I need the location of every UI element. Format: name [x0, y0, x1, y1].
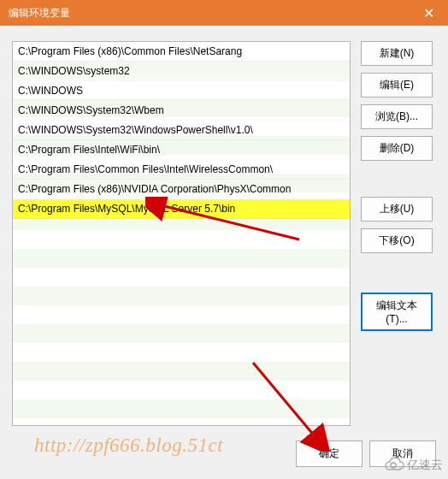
moveup-button[interactable]: 上移(U) [361, 197, 433, 222]
window-titlebar: 编辑环境变量 ✕ [0, 0, 448, 26]
edit-button[interactable]: 编辑(E) [361, 73, 433, 98]
dialog-content: C:\Program Files (x86)\Common Files\NetS… [0, 26, 448, 479]
list-item[interactable]: C:\WINDOWS\System32\Wbem [13, 101, 350, 121]
window-title: 编辑环境变量 [9, 6, 70, 21]
button-sidebar: 新建(N) 编辑(E) 浏览(B)... 删除(D) 上移(U) 下移(O) 编… [361, 41, 433, 467]
ok-button[interactable]: 确定 [296, 441, 363, 467]
edittext-button[interactable]: 编辑文本(T)... [361, 293, 433, 331]
list-item[interactable]: C:\Program Files\Intel\WiFi\bin\ [13, 140, 350, 160]
delete-button[interactable]: 删除(D) [361, 136, 433, 161]
browse-button[interactable]: 浏览(B)... [361, 104, 433, 129]
footer-buttons: 确定 取消 [296, 441, 436, 467]
list-item[interactable]: C:\Program Files (x86)\Common Files\NetS… [13, 42, 350, 62]
cancel-button[interactable]: 取消 [369, 441, 436, 467]
close-icon[interactable]: ✕ [418, 5, 439, 21]
list-item[interactable]: C:\WINDOWS\System32\WindowsPowerShell\v1… [13, 121, 350, 140]
list-item[interactable]: C:\Program Files (x86)\NVIDIA Corporatio… [13, 180, 350, 199]
list-item[interactable]: C:\Program Files\Common Files\Intel\Wire… [13, 160, 350, 180]
path-listbox[interactable]: C:\Program Files (x86)\Common Files\NetS… [12, 41, 351, 426]
movedown-button[interactable]: 下移(O) [361, 228, 433, 253]
new-button[interactable]: 新建(N) [361, 41, 433, 66]
list-item[interactable]: C:\WINDOWS\system32 [13, 62, 350, 81]
list-item[interactable]: C:\Program Files\MySQL\MySQL Server 5.7\… [13, 199, 350, 219]
list-item[interactable]: C:\WINDOWS [13, 81, 350, 101]
